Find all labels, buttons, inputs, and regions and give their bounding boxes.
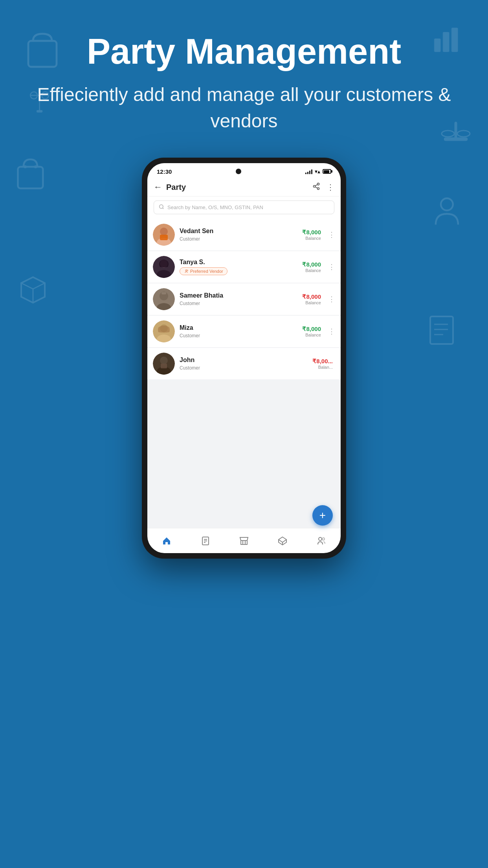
svg-rect-43 bbox=[161, 292, 166, 294]
svg-point-48 bbox=[160, 357, 168, 364]
status-time: 12:30 bbox=[157, 168, 172, 175]
party-item[interactable]: Miza Customer ₹8,000 Balance ⋮ bbox=[147, 316, 341, 347]
party-balance-sameer: ₹8,000 Balance bbox=[302, 293, 321, 305]
more-options-button[interactable]: ⋮ bbox=[328, 295, 335, 303]
screen-title: Party bbox=[166, 183, 186, 192]
balance-label: Balance bbox=[302, 236, 321, 241]
balance-amount: ₹8,00... bbox=[312, 358, 333, 365]
avatar-miza bbox=[153, 320, 175, 342]
add-party-fab-button[interactable]: + bbox=[312, 505, 333, 526]
top-bar: ← Party ⋮ bbox=[147, 178, 341, 197]
svg-point-60 bbox=[322, 538, 325, 540]
party-info-john: John Customer bbox=[180, 357, 308, 371]
nav-parties[interactable] bbox=[317, 536, 326, 546]
party-type: Customer bbox=[180, 365, 308, 371]
party-info-vedant: Vedant Sen Customer bbox=[180, 228, 297, 242]
balance-label: Balance bbox=[302, 268, 321, 273]
svg-line-29 bbox=[315, 184, 317, 186]
party-info-tanya: Tanya S. Preferred Vendor bbox=[180, 259, 297, 275]
balance-label: Balance bbox=[302, 333, 321, 337]
svg-point-39 bbox=[187, 270, 188, 271]
avatar-vedant bbox=[153, 224, 175, 246]
preferred-vendor-badge: Preferred Vendor bbox=[180, 267, 227, 275]
signal-icon bbox=[305, 169, 312, 174]
camera-notch bbox=[236, 169, 241, 174]
party-name: John bbox=[180, 357, 308, 364]
svg-point-25 bbox=[317, 183, 319, 185]
party-name: Vedant Sen bbox=[180, 228, 297, 235]
party-list: Vedant Sen Customer ₹8,000 Balance ⋮ bbox=[147, 219, 341, 553]
balance-label: Balance bbox=[302, 300, 321, 305]
party-name: Miza bbox=[180, 324, 297, 331]
balance-amount: ₹8,000 bbox=[302, 229, 321, 236]
balance-amount: ₹8,000 bbox=[302, 293, 321, 300]
party-info-sameer: Sameer Bhatia Customer bbox=[180, 292, 297, 306]
search-section: Search by Name, O/S, MNO, GSTIN, PAN bbox=[147, 197, 341, 219]
search-icon bbox=[159, 204, 164, 211]
avatar-tanya bbox=[153, 256, 175, 278]
status-icons: ▾▴ bbox=[305, 168, 331, 175]
balance-amount: ₹8,000 bbox=[302, 326, 321, 333]
top-bar-left: ← Party bbox=[154, 182, 186, 192]
svg-point-59 bbox=[319, 537, 322, 541]
battery-icon bbox=[323, 169, 331, 174]
nav-invoice[interactable] bbox=[201, 536, 210, 546]
back-button[interactable]: ← bbox=[154, 182, 162, 192]
svg-point-32 bbox=[160, 228, 168, 235]
svg-point-26 bbox=[314, 185, 316, 187]
svg-point-27 bbox=[317, 188, 319, 189]
party-type: Customer bbox=[180, 301, 297, 306]
page-title: Party Management bbox=[31, 31, 457, 72]
party-item[interactable]: Sameer Bhatia Customer ₹8,000 Balance ⋮ bbox=[147, 283, 341, 315]
party-balance-tanya: ₹8,000 Balance bbox=[302, 261, 321, 273]
party-info-miza: Miza Customer bbox=[180, 324, 297, 338]
party-type: Customer bbox=[180, 236, 297, 242]
phone-frame: 12:30 ▾▴ bbox=[142, 158, 346, 559]
wifi-icon: ▾▴ bbox=[315, 168, 320, 175]
header-section: Party Management Effieciently add and ma… bbox=[0, 0, 488, 150]
party-item[interactable]: John Customer ₹8,00... Balan... bbox=[147, 348, 341, 379]
nav-inventory[interactable] bbox=[278, 536, 287, 546]
party-name: Tanya S. bbox=[180, 259, 297, 266]
nav-store[interactable] bbox=[239, 536, 249, 546]
party-type: Customer bbox=[180, 333, 297, 338]
more-options-button[interactable]: ⋮ bbox=[328, 327, 335, 336]
nav-home[interactable] bbox=[162, 536, 171, 546]
avatar-sameer bbox=[153, 288, 175, 310]
party-item[interactable]: Vedant Sen Customer ₹8,000 Balance ⋮ bbox=[147, 219, 341, 250]
svg-rect-50 bbox=[161, 364, 167, 368]
top-bar-right: ⋮ bbox=[312, 182, 334, 192]
avatar-john bbox=[153, 353, 175, 375]
svg-rect-34 bbox=[160, 235, 168, 240]
status-bar: 12:30 ▾▴ bbox=[147, 163, 341, 178]
svg-line-28 bbox=[315, 187, 317, 188]
phone-mockup: 12:30 ▾▴ bbox=[0, 158, 488, 559]
search-bar[interactable]: Search by Name, O/S, MNO, GSTIN, PAN bbox=[154, 200, 334, 214]
party-balance-vedant: ₹8,000 Balance bbox=[302, 229, 321, 241]
share-button[interactable] bbox=[312, 182, 320, 192]
more-options-button[interactable]: ⋮ bbox=[328, 230, 335, 239]
party-item[interactable]: Tanya S. Preferred Vendor ₹8,000 bbox=[147, 251, 341, 283]
search-placeholder-text: Search by Name, O/S, MNO, GSTIN, PAN bbox=[167, 204, 263, 210]
party-balance-john: ₹8,00... Balan... bbox=[312, 358, 333, 370]
phone-screen: 12:30 ▾▴ bbox=[147, 163, 341, 553]
svg-point-30 bbox=[160, 205, 163, 208]
party-balance-miza: ₹8,000 Balance bbox=[302, 326, 321, 337]
balance-label: Balan... bbox=[312, 365, 333, 370]
page-subtitle: Effieciently add and manage all your cus… bbox=[31, 81, 457, 134]
more-menu-button[interactable]: ⋮ bbox=[327, 182, 334, 192]
more-options-button[interactable]: ⋮ bbox=[328, 263, 335, 271]
add-icon: + bbox=[319, 510, 326, 521]
bottom-navigation bbox=[147, 528, 341, 553]
party-name: Sameer Bhatia bbox=[180, 292, 297, 299]
balance-amount: ₹8,000 bbox=[302, 261, 321, 268]
